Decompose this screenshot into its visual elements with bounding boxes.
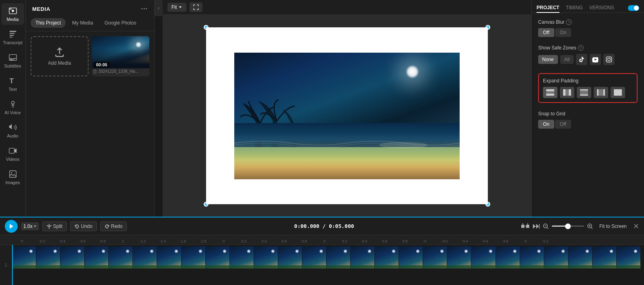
safe-zone-tiktok-icon[interactable] <box>576 54 587 65</box>
zoom-slider[interactable] <box>552 226 584 227</box>
svg-point-1 <box>12 10 14 12</box>
padding-option-3[interactable] <box>577 87 591 98</box>
chevron-down-icon <box>178 5 182 9</box>
more-options-icon[interactable]: ··· <box>141 5 148 13</box>
svg-rect-3 <box>9 31 16 32</box>
tab-google-photos[interactable]: Google Photos <box>99 18 141 28</box>
ruler-mark: :3.2 <box>334 239 354 243</box>
zoom-out-icon[interactable] <box>543 223 549 229</box>
sidebar-item-audio[interactable]: Audio <box>2 120 24 141</box>
video-frame-container[interactable] <box>206 27 488 204</box>
right-panel-tabs: PROJECT TIMING VERSIONS <box>532 0 644 13</box>
svg-rect-21 <box>606 57 611 62</box>
sidebar-item-subtitles[interactable]: Subtitles <box>2 50 24 72</box>
padding-option-4[interactable] <box>594 87 608 98</box>
safe-zone-all-btn[interactable]: All <box>560 55 574 64</box>
canvas-blur-off-btn[interactable]: Off <box>538 28 554 37</box>
speed-selector[interactable]: 1.0x <box>21 222 39 230</box>
sidebar-item-videos[interactable]: Videos <box>2 143 24 165</box>
video-track[interactable] <box>12 246 641 269</box>
panel-collapse-button[interactable]: ‹ <box>155 0 163 16</box>
ruler-mark: :5.2 <box>535 239 555 243</box>
tab-versions[interactable]: VERSIONS <box>589 3 614 13</box>
padding-option-1[interactable] <box>543 87 557 98</box>
padding-options <box>543 87 633 98</box>
sidebar-item-ai-voice[interactable]: AI Voice <box>2 96 24 118</box>
svg-rect-4 <box>9 33 14 34</box>
track-number: 1 <box>5 263 7 267</box>
undo-icon <box>74 224 79 229</box>
ruler-mark: :3.8 <box>394 239 415 243</box>
audio-icon <box>8 123 17 132</box>
right-panel: PROJECT TIMING VERSIONS Canvas Blur ? Of… <box>531 0 644 217</box>
fit-to-screen-button[interactable]: Fit to Screen <box>596 222 630 231</box>
snap-to-grid-section: Snap to Grid On Off <box>538 111 638 129</box>
safe-zone-youtube-icon[interactable] <box>590 54 601 65</box>
upload-icon <box>54 47 65 58</box>
ruler-mark: :2 <box>213 239 233 243</box>
play-button[interactable] <box>5 220 18 233</box>
snap-on-btn[interactable]: On <box>538 120 554 129</box>
zoom-slider-container <box>552 226 584 227</box>
fit-button[interactable]: Fit <box>167 3 186 12</box>
add-media-button[interactable]: Add Media <box>31 36 89 76</box>
video-preview <box>234 53 460 179</box>
canvas-toolbar: Fit <box>163 0 531 15</box>
tab-project[interactable]: PROJECT <box>537 3 559 13</box>
split-icon <box>47 224 52 229</box>
sidebar-label-subtitles: Subtitles <box>4 64 21 68</box>
track-content <box>12 245 644 285</box>
sidebar-label-text: Text <box>8 87 17 92</box>
ruler-marks: 0 :0.2 :0.4 :0.6 :0.8 :1 :1.2 :1.4 :1.6 … <box>12 239 644 243</box>
ruler-mark: :3.6 <box>374 239 394 243</box>
safe-zone-none-btn[interactable]: None <box>538 55 558 64</box>
snap-off-btn[interactable]: Off <box>555 120 571 129</box>
redo-button[interactable]: Redo <box>100 221 127 231</box>
canvas-blur-info-icon[interactable]: ? <box>566 19 572 25</box>
undo-button[interactable]: Undo <box>70 221 97 231</box>
ai-voice-icon <box>8 100 17 109</box>
sidebar-item-images[interactable]: Images <box>2 166 24 188</box>
video-moon <box>405 65 419 79</box>
skip-to-end-icon[interactable] <box>533 223 540 229</box>
play-icon <box>9 223 14 229</box>
safe-zones-info-icon[interactable]: ? <box>578 45 584 51</box>
fullscreen-button[interactable] <box>190 2 202 12</box>
ruler-mark: :5 <box>515 239 535 243</box>
tab-this-project[interactable]: This Project <box>31 18 66 28</box>
transcript-icon <box>8 30 17 39</box>
svg-rect-10 <box>10 59 13 60</box>
images-icon <box>8 170 17 178</box>
split-audio-icon[interactable] <box>521 223 529 230</box>
sidebar-item-media[interactable]: Media <box>2 3 24 25</box>
versions-toggle[interactable] <box>628 5 639 11</box>
tab-timing[interactable]: TIMING <box>566 3 583 13</box>
canvas-blur-on-btn[interactable]: On <box>555 28 571 37</box>
media-icon <box>8 6 17 15</box>
svg-line-38 <box>47 226 49 226</box>
moon-glow <box>135 41 142 48</box>
close-timeline-button[interactable]: ✕ <box>633 222 639 231</box>
safe-zone-instagram-icon[interactable] <box>603 54 615 65</box>
media-thumbnail[interactable]: 00:05 20241220_1336_Ha... <box>92 36 150 76</box>
timeline-toolbar: 1.0x Split Undo Redo 0:0 <box>0 217 644 235</box>
speed-chevron-icon <box>33 225 37 228</box>
svg-rect-42 <box>526 225 529 228</box>
ruler-mark: :1.4 <box>153 239 173 243</box>
padding-option-5[interactable] <box>611 87 625 98</box>
playhead[interactable] <box>12 245 13 285</box>
ruler-mark: :2.6 <box>274 239 294 243</box>
ruler-mark: :0.8 <box>93 239 113 243</box>
media-content: Add Media 00:05 20241220_1336_Ha... <box>26 31 154 81</box>
padding-option-2[interactable] <box>560 87 574 98</box>
left-sidebar: Media Transcript Subtitles T T <box>0 0 26 217</box>
expand-padding-label: Expand Padding <box>543 78 633 84</box>
sidebar-item-text[interactable]: T Text <box>2 73 24 95</box>
svg-point-23 <box>610 58 611 58</box>
safe-zones-group: None All <box>538 54 638 65</box>
ruler-mark: :1.6 <box>173 239 193 243</box>
zoom-in-icon[interactable] <box>587 223 593 229</box>
split-button[interactable]: Split <box>42 221 67 231</box>
sidebar-item-transcript[interactable]: Transcript <box>2 27 24 48</box>
tab-my-media[interactable]: My Media <box>67 18 98 28</box>
